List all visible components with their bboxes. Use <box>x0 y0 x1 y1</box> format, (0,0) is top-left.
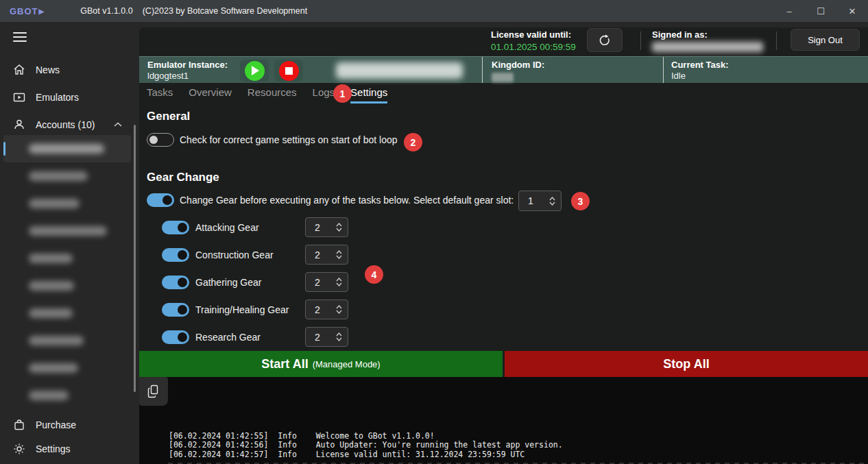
spinner-icon[interactable] <box>336 332 342 341</box>
sign-out-button[interactable]: Sign Out <box>791 29 860 51</box>
window-title: GBot v1.1.0.0 (C)2023 by Botcave Softwar… <box>80 6 307 16</box>
game-settings-check-label: Check for correct game settings on start… <box>180 134 398 145</box>
home-icon <box>12 63 26 77</box>
chevron-up-icon[interactable] <box>114 122 122 127</box>
sidebar-item-settings[interactable]: Settings <box>0 437 134 461</box>
sidebar-scrollbar[interactable] <box>134 125 136 392</box>
account-item[interactable] <box>3 162 131 190</box>
tab-overview[interactable]: Overview <box>189 86 232 103</box>
current-task-value: Idle <box>671 71 868 82</box>
kingdom-id-label: Kingdom ID: <box>492 59 663 71</box>
research-gear-numberbox[interactable]: 2 <box>305 327 348 347</box>
redacted-account-name <box>29 363 78 373</box>
account-item[interactable] <box>3 354 131 382</box>
spinner-icon[interactable] <box>549 197 555 206</box>
account-item-selected[interactable] <box>3 135 131 162</box>
research-gear-toggle[interactable] <box>162 330 189 344</box>
spinner-icon[interactable] <box>336 250 342 259</box>
shopping-bag-icon <box>12 418 26 432</box>
account-item[interactable] <box>3 300 131 327</box>
construction-gear-numberbox[interactable]: 2 <box>305 245 348 265</box>
attacking-gear-label: Attacking Gear <box>195 222 259 233</box>
license-label: License valid until: <box>491 29 571 40</box>
training-healing-gear-toggle[interactable] <box>162 303 189 317</box>
gbot-logo: GBOT▶ <box>10 6 45 16</box>
sidebar-item-news[interactable]: News <box>0 58 134 82</box>
gear-change-label: Change Gear before executing any of the … <box>180 195 514 206</box>
window-controls: – ☐ ✕ <box>773 0 868 22</box>
redacted-account-name <box>29 199 80 208</box>
app-window: GBOT▶ GBot v1.1.0.0 (C)2023 by Botcave S… <box>0 0 868 464</box>
construction-gear-label: Construction Gear <box>195 249 274 260</box>
default-gear-slot-numberbox[interactable]: 1 <box>518 191 562 211</box>
gear-change-toggle[interactable] <box>147 193 174 207</box>
tab-resources[interactable]: Resources <box>248 86 297 103</box>
redacted-account-name <box>29 281 74 291</box>
gear-icon <box>12 442 26 456</box>
log-panel[interactable]: [06.02.2024 01:42:55] Info Welcome to GB… <box>139 377 868 464</box>
start-all-suffix: (Managed Mode) <box>313 359 381 369</box>
emulator-status-bar: Emulator Instance: ldgogtest1 Kingdom ID… <box>139 56 868 83</box>
title-bar: GBOT▶ GBot v1.1.0.0 (C)2023 by Botcave S… <box>0 0 868 22</box>
account-item[interactable] <box>3 382 131 409</box>
log-output: [06.02.2024 01:42:55] Info Welcome to GB… <box>169 432 563 460</box>
sidebar-item-accounts[interactable]: Accounts (10) <box>0 112 134 137</box>
research-gear-value: 2 <box>315 332 336 343</box>
signed-in-label: Signed in as: <box>652 29 708 40</box>
attacking-gear-toggle[interactable] <box>162 221 189 234</box>
close-button[interactable]: ✕ <box>836 0 868 22</box>
copy-icon <box>147 384 160 398</box>
spinner-icon[interactable] <box>336 223 342 232</box>
construction-gear-toggle[interactable] <box>162 248 189 262</box>
minimize-button[interactable]: – <box>773 0 805 22</box>
account-item[interactable] <box>3 245 131 272</box>
spinner-icon[interactable] <box>336 278 342 286</box>
gathering-gear-toggle[interactable] <box>162 276 189 289</box>
attacking-gear-numberbox[interactable]: 2 <box>305 217 348 237</box>
selection-indicator <box>3 142 5 156</box>
account-item[interactable] <box>3 190 131 217</box>
gathering-gear-value: 2 <box>315 277 336 288</box>
gathering-gear-numberbox[interactable]: 2 <box>305 272 348 292</box>
redacted-account-name <box>29 391 69 400</box>
emulator-instance-name: ldgogtest1 <box>147 71 228 82</box>
sidebar-item-purchase[interactable]: Purchase <box>0 413 134 437</box>
sidebar-item-emulators[interactable]: Emulators <box>0 85 134 110</box>
redacted-account-name <box>29 171 88 181</box>
emulator-instance-section: Emulator Instance: ldgogtest1 <box>139 57 482 83</box>
refresh-license-button[interactable] <box>587 28 623 52</box>
hamburger-menu-button[interactable] <box>11 29 29 45</box>
sidebar: News Emulators Accounts (10) <box>0 22 139 464</box>
annotation-badge-3: 3 <box>571 192 590 210</box>
tab-settings[interactable]: Settings <box>350 86 387 103</box>
redacted-username <box>652 42 763 52</box>
tab-logs[interactable]: Logs <box>313 86 335 103</box>
redacted-account-name <box>29 336 84 345</box>
game-settings-check-toggle[interactable] <box>147 133 174 147</box>
general-heading: General <box>147 110 190 123</box>
account-item[interactable] <box>3 327 131 354</box>
current-task-label: Current Task: <box>671 59 868 71</box>
account-item[interactable] <box>3 217 131 245</box>
research-gear-label: Research Gear <box>195 332 261 343</box>
gbot-logo-play-icon: ▶ <box>39 8 45 15</box>
copyright-text: (C)2023 by Botcave Software Development <box>143 6 307 16</box>
tab-tasks[interactable]: Tasks <box>147 86 173 103</box>
redacted-account-name <box>29 144 104 154</box>
gear-change-heading: Gear Change <box>147 171 219 184</box>
copy-log-button[interactable] <box>139 377 168 406</box>
gbot-logo-text: GBOT <box>10 6 38 16</box>
redacted-account-name <box>29 254 73 263</box>
license-value: 01.01.2025 00:59:59 <box>491 42 576 52</box>
account-item[interactable] <box>3 272 131 300</box>
annotation-badge-1: 1 <box>333 84 352 103</box>
redacted-account-name <box>29 226 107 236</box>
stop-all-button[interactable]: Stop All <box>505 351 868 377</box>
maximize-button[interactable]: ☐ <box>805 0 836 22</box>
start-all-button[interactable]: Start All (Managed Mode) <box>139 351 503 377</box>
stop-instance-button[interactable] <box>274 60 303 82</box>
training-healing-gear-numberbox[interactable]: 2 <box>305 300 348 319</box>
kingdom-id-section: Kingdom ID: <box>482 57 663 83</box>
start-instance-button[interactable] <box>240 60 269 82</box>
spinner-icon[interactable] <box>336 305 342 314</box>
